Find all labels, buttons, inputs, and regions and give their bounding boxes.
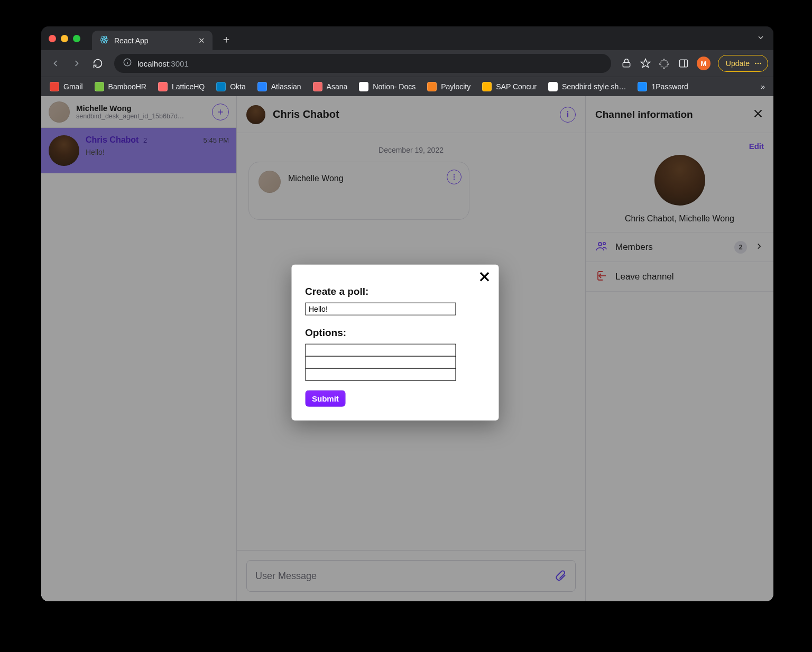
new-tab-button[interactable]: ＋ <box>221 32 232 46</box>
modal-close-button[interactable] <box>477 270 491 286</box>
browser-tab[interactable]: React App ✕ <box>92 31 213 51</box>
window-controls <box>49 35 80 42</box>
bookmark-item[interactable]: Notion- Docs <box>355 80 420 94</box>
app-viewport: Michelle Wong sendbird_desk_agent_id_15b… <box>41 96 773 601</box>
bookmark-item[interactable]: LatticeHQ <box>154 80 209 94</box>
poll-option-input-3[interactable] <box>305 368 456 381</box>
bookmark-item[interactable]: Asana <box>309 80 352 94</box>
poll-options-label: Options: <box>305 327 485 339</box>
poll-option-input-2[interactable] <box>305 356 456 369</box>
svg-point-0 <box>104 39 105 41</box>
browser-tab-title: React App <box>114 36 149 45</box>
bookmark-label: Paylocity <box>441 82 470 91</box>
browser-update-button[interactable]: Update <box>718 55 768 72</box>
bookmark-item[interactable]: Atlassian <box>253 80 306 94</box>
bookmark-item[interactable]: SAP Concur <box>478 80 541 94</box>
bookmark-favicon <box>427 82 437 91</box>
react-icon <box>99 35 109 46</box>
bookmark-label: Gmail <box>63 82 83 91</box>
bookmarks-overflow-button[interactable]: » <box>761 82 769 91</box>
bookmark-item[interactable]: Paylocity <box>423 80 475 94</box>
bookmark-label: 1Password <box>651 82 688 91</box>
bookmark-favicon <box>482 82 492 91</box>
bookmark-favicon <box>50 82 59 91</box>
svg-point-12 <box>758 63 759 64</box>
bookmark-label: Atlassian <box>271 82 301 91</box>
bookmark-item[interactable]: 1Password <box>633 80 692 94</box>
bookmark-favicon <box>95 82 104 91</box>
bookmark-label: SAP Concur <box>496 82 537 91</box>
nav-reload-button[interactable] <box>89 54 107 72</box>
bookmark-label: Okta <box>230 82 246 91</box>
site-info-icon[interactable] <box>123 58 132 69</box>
share-icon[interactable] <box>619 55 634 71</box>
bookmark-star-icon[interactable] <box>638 55 653 71</box>
bookmark-favicon <box>359 82 368 91</box>
bookmark-label: Sendbird style sh… <box>562 82 626 91</box>
window-close-button[interactable] <box>49 35 56 42</box>
svg-point-13 <box>760 63 761 64</box>
bookmark-favicon <box>313 82 322 91</box>
bookmark-favicon <box>216 82 226 91</box>
browser-toolbar: localhost:3001 M Update <box>41 50 773 77</box>
bookmark-favicon <box>638 82 647 91</box>
nav-forward-button[interactable] <box>68 54 86 72</box>
svg-rect-9 <box>679 60 687 67</box>
bookmarks-bar: GmailBambooHRLatticeHQOktaAtlassianAsana… <box>41 77 773 96</box>
bookmark-label: Notion- Docs <box>373 82 416 91</box>
address-bar[interactable]: localhost:3001 <box>114 54 611 73</box>
tabs-menu-button[interactable] <box>756 33 765 44</box>
bookmark-label: BambooHR <box>108 82 146 91</box>
profile-avatar[interactable]: M <box>697 57 710 70</box>
update-label: Update <box>726 59 750 68</box>
bookmark-favicon <box>548 82 558 91</box>
tab-close-button[interactable]: ✕ <box>198 36 205 45</box>
bookmark-label: Asana <box>327 82 348 91</box>
bookmark-item[interactable]: BambooHR <box>90 80 151 94</box>
bookmark-item[interactable]: Gmail <box>45 80 87 94</box>
window-minimize-button[interactable] <box>61 35 68 42</box>
svg-rect-7 <box>623 62 630 67</box>
bookmark-label: LatticeHQ <box>172 82 205 91</box>
bookmark-item[interactable]: Okta <box>212 80 250 94</box>
browser-window: React App ✕ ＋ localhost:3001 <box>41 26 773 601</box>
create-poll-modal: Create a poll: Options: Submit <box>291 265 499 421</box>
window-titlebar: React App ✕ ＋ <box>41 26 773 50</box>
svg-marker-8 <box>641 59 650 68</box>
side-panel-icon[interactable] <box>676 55 691 71</box>
address-bar-url: localhost:3001 <box>137 59 189 68</box>
extensions-icon[interactable] <box>657 55 672 71</box>
bookmark-favicon <box>257 82 267 91</box>
bookmark-favicon <box>158 82 168 91</box>
bookmark-item[interactable]: Sendbird style sh… <box>544 80 630 94</box>
poll-submit-button[interactable]: Submit <box>305 390 346 407</box>
poll-title-label: Create a poll: <box>305 286 485 297</box>
poll-option-input-1[interactable] <box>305 344 456 357</box>
poll-title-input[interactable] <box>305 303 456 315</box>
svg-point-11 <box>755 63 756 64</box>
window-maximize-button[interactable] <box>73 35 80 42</box>
nav-back-button[interactable] <box>47 54 64 72</box>
